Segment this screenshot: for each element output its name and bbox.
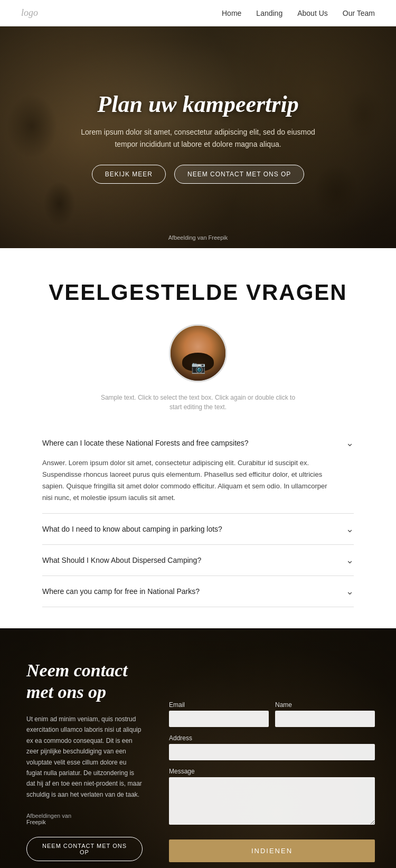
form-row-1: Email Name: [169, 701, 375, 727]
hero-credit: Afbeelding van Freepik: [168, 234, 228, 241]
hero-section: Plan uw kampeertrip Lorem ipsum dolor si…: [0, 26, 396, 248]
faq-sample-text: Sample text. Click to select the text bo…: [98, 393, 298, 412]
faq-question-text-4: Where can you camp for free in National …: [42, 587, 200, 596]
faq-question-4[interactable]: Where can you camp for free in National …: [42, 586, 354, 597]
hero-description: Lorem ipsum dolor sit amet, consectetur …: [77, 126, 319, 150]
faq-title: VEELGESTELDE VRAGEN: [42, 280, 354, 305]
faq-item-2: What do I need to know about camping in …: [42, 514, 354, 545]
faq-question-text-1: Where can I locate these National Forest…: [42, 439, 249, 447]
message-label: Message: [169, 768, 375, 775]
contact-form-area: Email Name Address Message INDIENEN: [158, 628, 396, 868]
logo: logo: [21, 7, 38, 18]
address-label: Address: [169, 734, 375, 742]
faq-chevron-3: ⌄: [346, 554, 354, 566]
faq-question-text-2: What do I need to know about camping in …: [42, 525, 222, 533]
faq-item-1: Where can I locate these National Forest…: [42, 428, 354, 514]
faq-section: VEELGESTELDE VRAGEN Sample text. Click t…: [0, 248, 396, 628]
hero-buttons: BEKIJK MEER NEEM CONTACT MET ONS OP: [77, 165, 319, 184]
contact-credit: Afbeeldingen van Freepik: [26, 813, 143, 825]
name-input[interactable]: [275, 711, 375, 727]
faq-list: Where can I locate these National Forest…: [42, 428, 354, 607]
nav-links: Home Landing About Us Our Team: [222, 9, 375, 17]
email-group: Email: [169, 701, 269, 727]
form-row-3: Message: [169, 768, 375, 825]
message-textarea[interactable]: [169, 777, 375, 825]
nav-about[interactable]: About Us: [297, 9, 328, 17]
name-label: Name: [275, 701, 375, 709]
faq-avatar: [169, 324, 227, 382]
nav-team[interactable]: Our Team: [343, 9, 375, 17]
faq-question-text-3: What Should I Know About Dispersed Campi…: [42, 556, 201, 564]
contact-credit-link[interactable]: Freepik: [26, 819, 46, 825]
faq-chevron-2: ⌄: [346, 523, 354, 535]
hero-contact-button[interactable]: NEEM CONTACT MET ONS OP: [174, 165, 304, 184]
hero-title: Plan uw kampeertrip: [77, 91, 319, 118]
faq-question-1[interactable]: Where can I locate these National Forest…: [42, 437, 354, 449]
email-label: Email: [169, 701, 269, 709]
faq-question-3[interactable]: What Should I Know About Dispersed Campi…: [42, 554, 354, 566]
nav-landing[interactable]: Landing: [256, 9, 282, 17]
message-group: Message: [169, 768, 375, 825]
faq-chevron-1: ⌄: [346, 437, 354, 449]
address-input[interactable]: [169, 744, 375, 760]
contact-outline-button[interactable]: NEEM CONTACT MET ONS OP: [26, 837, 143, 861]
avatar-image: [171, 326, 225, 381]
navigation: logo Home Landing About Us Our Team: [0, 0, 396, 26]
contact-left: Neem contact met ons op Ut enim ad minim…: [0, 628, 158, 868]
name-group: Name: [275, 701, 375, 727]
faq-item-3: What Should I Know About Dispersed Campi…: [42, 545, 354, 576]
contact-description: Ut enim ad minim veniam, quis nostrud ex…: [26, 714, 143, 800]
contact-section: Neem contact met ons op Ut enim ad minim…: [0, 628, 396, 868]
faq-item-4: Where can you camp for free in National …: [42, 576, 354, 607]
form-row-2: Address: [169, 734, 375, 760]
email-input[interactable]: [169, 711, 269, 727]
address-group: Address: [169, 734, 375, 760]
faq-chevron-4: ⌄: [346, 586, 354, 597]
submit-button[interactable]: INDIENEN: [169, 839, 375, 862]
hero-primary-button[interactable]: BEKIJK MEER: [92, 165, 166, 184]
faq-answer-1: Answer. Lorem ipsum dolor sit amet, cons…: [42, 449, 338, 504]
hero-content: Plan uw kampeertrip Lorem ipsum dolor si…: [77, 91, 319, 184]
nav-home[interactable]: Home: [222, 9, 241, 17]
contact-title: Neem contact met ons op: [26, 660, 143, 703]
faq-question-2[interactable]: What do I need to know about camping in …: [42, 523, 354, 535]
